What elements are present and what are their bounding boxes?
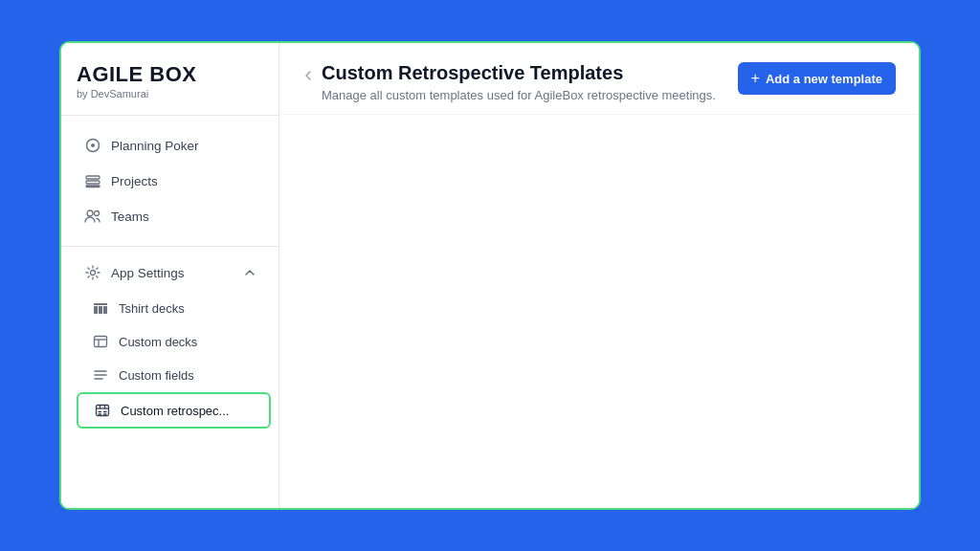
svg-rect-3	[86, 181, 100, 184]
svg-point-7	[91, 271, 96, 276]
sidebar: AGILE BOX by DevSamurai Planning Poker	[61, 43, 279, 508]
svg-point-6	[95, 211, 100, 216]
svg-rect-11	[103, 306, 107, 314]
app-settings-label: App Settings	[111, 266, 185, 280]
sidebar-item-teams[interactable]: Teams	[69, 199, 271, 233]
main-content: Custom Retrospective Templates Manage al…	[279, 43, 919, 508]
settings-sub-items: Tshirt decks Custom decks	[61, 291, 278, 430]
teams-icon	[84, 208, 101, 225]
svg-point-1	[91, 143, 95, 147]
custom-fields-label: Custom fields	[119, 368, 194, 383]
settings-icon	[84, 264, 101, 281]
custom-decks-icon	[92, 333, 109, 350]
sidebar-nav: Planning Poker Projects	[61, 123, 278, 238]
main-header-text: Custom Retrospective Templates Manage al…	[322, 62, 723, 102]
collapse-sidebar-button[interactable]	[299, 66, 318, 85]
retro-icon	[94, 402, 111, 419]
add-template-button[interactable]: + Add a new template	[738, 62, 896, 95]
svg-rect-12	[95, 337, 107, 347]
app-title: AGILE BOX	[77, 62, 263, 87]
svg-rect-4	[86, 186, 100, 187]
teams-label: Teams	[111, 209, 149, 224]
tshirt-decks-label: Tshirt decks	[119, 301, 185, 316]
sidebar-item-custom-fields[interactable]: Custom fields	[77, 359, 271, 391]
svg-point-5	[87, 210, 93, 216]
sidebar-item-planning-poker[interactable]: Planning Poker	[69, 128, 271, 163]
svg-rect-2	[86, 176, 100, 179]
sidebar-item-custom-decks[interactable]: Custom decks	[77, 325, 271, 358]
page-title: Custom Retrospective Templates	[322, 62, 723, 84]
sidebar-item-tshirt-decks[interactable]: Tshirt decks	[77, 292, 271, 324]
app-window: AGILE BOX by DevSamurai Planning Poker	[59, 41, 921, 510]
main-body	[279, 115, 919, 508]
svg-rect-8	[94, 303, 107, 305]
sidebar-item-custom-retrospective[interactable]: Custom retrospec...	[77, 392, 271, 429]
svg-rect-9	[94, 306, 98, 314]
projects-icon	[84, 172, 101, 189]
projects-label: Projects	[111, 174, 158, 188]
svg-rect-10	[99, 306, 102, 314]
custom-decks-label: Custom decks	[119, 335, 197, 349]
logo-area: AGILE BOX by DevSamurai	[61, 43, 278, 107]
page-subtitle: Manage all custom templates used for Agi…	[322, 88, 723, 102]
plus-icon: +	[751, 70, 760, 87]
main-header: Custom Retrospective Templates Manage al…	[279, 43, 919, 115]
tshirt-icon	[92, 299, 109, 317]
poker-icon	[84, 137, 101, 154]
sidebar-divider-2	[61, 246, 278, 247]
sidebar-divider	[61, 115, 278, 116]
fields-icon	[92, 366, 109, 384]
add-template-label: Add a new template	[766, 72, 882, 86]
app-subtitle: by DevSamurai	[77, 88, 263, 99]
sidebar-item-projects[interactable]: Projects	[69, 164, 271, 198]
custom-retrospective-label: Custom retrospec...	[121, 404, 229, 418]
planning-poker-label: Planning Poker	[111, 139, 199, 153]
app-settings-header[interactable]: App Settings	[69, 255, 271, 290]
chevron-up-icon	[244, 267, 256, 278]
